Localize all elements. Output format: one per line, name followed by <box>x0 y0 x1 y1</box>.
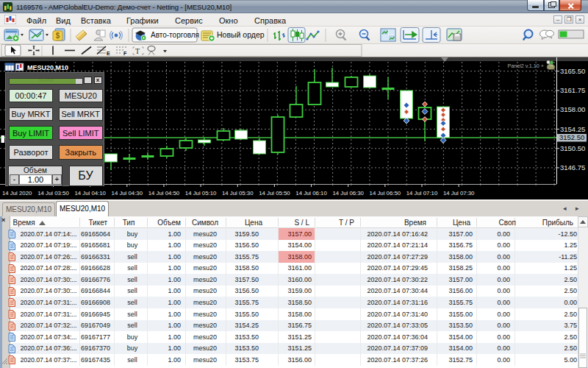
svg-text:$: $ <box>56 32 60 40</box>
svg-text:E: E <box>107 51 110 56</box>
svg-text:14 Jul 03:50: 14 Jul 03:50 <box>37 190 69 197</box>
svg-text:3165.50: 3165.50 <box>560 67 585 75</box>
svg-text:14 Jul 2020: 14 Jul 2020 <box>2 190 32 197</box>
svg-text:Panel2 v.1.10 +: Panel2 v.1.10 + <box>507 63 544 69</box>
svg-text:Авто-торговля: Авто-торговля <box>151 31 199 39</box>
svg-text:T: T <box>135 47 140 55</box>
svg-text:14 Jul 04:10: 14 Jul 04:10 <box>74 190 106 197</box>
svg-text:14 Jul 05:50: 14 Jul 05:50 <box>259 190 290 197</box>
svg-text:14 Jul 07:10: 14 Jul 07:10 <box>406 190 438 197</box>
svg-text:3150.50: 3150.50 <box>560 144 585 152</box>
svg-text:14 Jul 05:10: 14 Jul 05:10 <box>185 190 217 197</box>
svg-text:MESU20,M10: MESU20,M10 <box>27 64 68 71</box>
svg-text:14 Jul 06:50: 14 Jul 06:50 <box>370 190 401 197</box>
svg-text:14 Jul 06:30: 14 Jul 06:30 <box>332 190 364 197</box>
svg-text:3146.75: 3146.75 <box>560 163 585 171</box>
svg-text:3161.75: 3161.75 <box>560 86 585 94</box>
svg-text:14 Jul 04:30: 14 Jul 04:30 <box>112 190 143 197</box>
svg-text:Новый ордер: Новый ордер <box>217 30 265 39</box>
svg-text:3158.00: 3158.00 <box>560 105 585 113</box>
svg-text:3152.50: 3152.50 <box>559 133 584 141</box>
svg-text:14 Jul 06:10: 14 Jul 06:10 <box>295 190 327 197</box>
svg-text:F: F <box>123 51 127 56</box>
svg-text:14 Jul 04:50: 14 Jul 04:50 <box>148 190 180 197</box>
svg-text:14 Jul 07:30: 14 Jul 07:30 <box>443 190 475 197</box>
svg-text:3154.25: 3154.25 <box>560 125 585 133</box>
svg-text:14 Jul 05:30: 14 Jul 05:30 <box>222 190 254 197</box>
